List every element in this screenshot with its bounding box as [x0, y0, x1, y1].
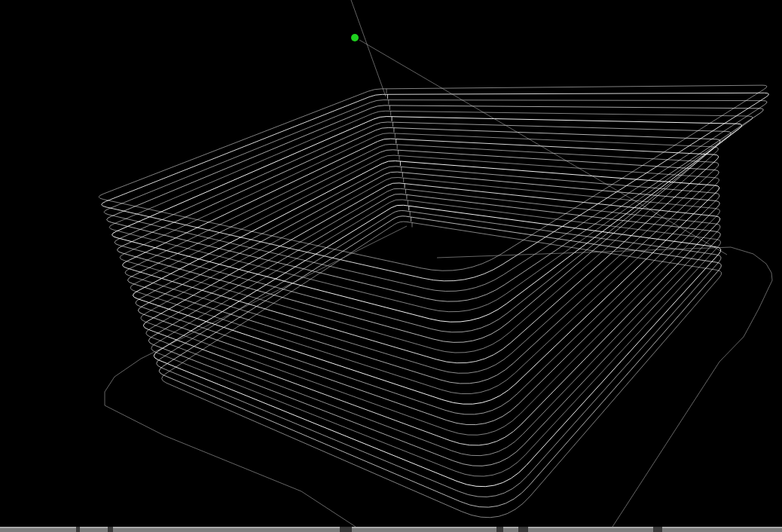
taskbar-button[interactable] [503, 527, 518, 532]
outer-contour-layer [105, 226, 772, 527]
taskbar [0, 527, 782, 532]
screen [0, 0, 782, 532]
taskbar-button[interactable] [528, 527, 653, 532]
taskbar-button[interactable] [0, 527, 76, 532]
tool-position-marker [351, 34, 359, 41]
taskbar-button[interactable] [80, 527, 108, 532]
taskbar-button[interactable] [113, 527, 340, 532]
taskbar-button[interactable] [352, 527, 496, 532]
gcode-preview-canvas[interactable] [0, 0, 782, 532]
toolpath-layer [99, 85, 768, 518]
taskbar-button[interactable] [662, 527, 782, 532]
